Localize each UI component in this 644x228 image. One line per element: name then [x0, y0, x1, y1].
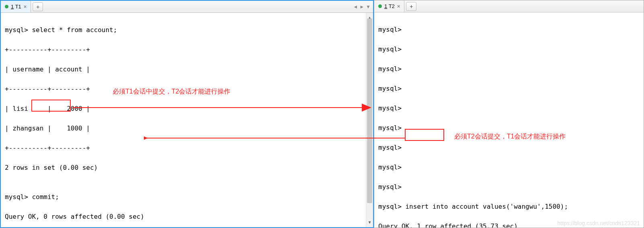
terminal-line: mysql> [378, 64, 642, 74]
terminal-line: mysql> [378, 182, 642, 192]
terminal-line: | lisi | 2000 | [5, 104, 371, 114]
terminal-line: mysql> commit; [5, 192, 371, 202]
right-pane: 1 T2 × + mysql> mysql> mysql> mysql> mys… [374, 0, 644, 228]
terminal-line: +----------+---------+ [5, 143, 371, 153]
tab-number: 1 [11, 4, 14, 10]
nav-drop-icon[interactable]: ▼ [366, 4, 371, 10]
tab-nav: ◄ ► ▼ [353, 4, 371, 10]
close-icon[interactable]: × [24, 4, 27, 10]
watermark: https://blog.csdn.net/cnds123321 [558, 220, 640, 226]
terminal-line: mysql> insert into account values('wangw… [378, 202, 642, 212]
right-terminal[interactable]: mysql> mysql> mysql> mysql> mysql> mysql… [374, 12, 644, 228]
split-view: 1 T1 × + ◄ ► ▼ mysql> select * from acco… [0, 0, 644, 228]
tab-t1[interactable]: 1 T1 × [1, 1, 31, 12]
commit-highlight-text: commit; [32, 193, 59, 201]
terminal-line: mysql> [378, 25, 642, 35]
tab-t2[interactable]: 1 T2 × [374, 0, 404, 12]
close-icon[interactable]: × [397, 3, 400, 9]
terminal-line: mysql> [378, 84, 642, 94]
scrollbar-thumb[interactable] [367, 18, 372, 203]
status-dot-icon [378, 4, 382, 8]
terminal-line: mysql> [378, 123, 642, 133]
terminal-line: Query OK, 0 rows affected (0.00 sec) [5, 212, 371, 222]
add-tab-button[interactable]: + [406, 2, 416, 11]
terminal-line: mysql> [378, 104, 642, 114]
right-tabbar: 1 T2 × + [374, 0, 644, 12]
tab-number: 1 [384, 3, 387, 9]
terminal-line: mysql> select * from account; [5, 25, 371, 35]
left-terminal[interactable]: mysql> select * from account; +---------… [1, 13, 373, 227]
terminal-line: mysql> [378, 143, 642, 153]
tab-label: T1 [15, 4, 21, 10]
left-pane: 1 T1 × + ◄ ► ▼ mysql> select * from acco… [0, 0, 374, 228]
nav-next-icon[interactable]: ► [359, 4, 364, 10]
terminal-line: 2 rows in set (0.00 sec) [5, 163, 371, 173]
tab-label: T2 [389, 3, 395, 9]
terminal-line: | username | account | [5, 65, 371, 75]
left-tabbar: 1 T1 × + ◄ ► ▼ [1, 1, 373, 13]
nav-prev-icon[interactable]: ◄ [353, 4, 358, 10]
scrollbar[interactable]: ▲ ▼ [366, 13, 373, 227]
terminal-line: | zhangsan | 1000 | [5, 124, 371, 134]
status-dot-icon [5, 5, 8, 8]
terminal-line: mysql> [378, 163, 642, 173]
terminal-line: mysql> [378, 45, 642, 55]
terminal-line: +----------+---------+ [5, 45, 371, 55]
terminal-line: +----------+---------+ [5, 84, 371, 94]
scroll-down-icon[interactable]: ▼ [366, 218, 373, 228]
add-tab-button[interactable]: + [33, 2, 43, 11]
